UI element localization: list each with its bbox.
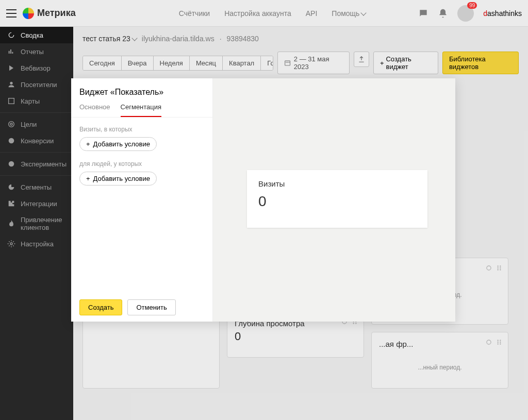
- widget-modal: Виджет «Показатель» Основное Сегментация…: [71, 78, 455, 322]
- modal-footer: Создать Отменить: [71, 293, 212, 322]
- plus-icon: +: [86, 175, 90, 182]
- tab-main[interactable]: Основное: [79, 103, 110, 117]
- preview-value: 0: [258, 193, 416, 210]
- modal-body: Визиты, в которых + Добавить условие для…: [71, 117, 212, 293]
- preview-card: Визиты 0: [247, 170, 427, 228]
- modal-preview-panel: Визиты 0: [213, 78, 455, 322]
- modal-title: Виджет «Показатель»: [71, 78, 212, 103]
- preview-title: Визиты: [258, 179, 416, 188]
- tab-segmentation[interactable]: Сегментация: [121, 103, 162, 117]
- cancel-button[interactable]: Отменить: [127, 299, 175, 315]
- section-people-label: для людей, у которых: [79, 160, 204, 167]
- modal-tabs: Основное Сегментация: [71, 103, 212, 117]
- plus-icon: +: [86, 140, 90, 148]
- add-condition-people[interactable]: + Добавить условие: [79, 172, 157, 186]
- create-button[interactable]: Создать: [79, 299, 122, 315]
- section-visits-label: Визиты, в которых: [79, 126, 204, 133]
- add-condition-visits[interactable]: + Добавить условие: [79, 137, 157, 151]
- modal-left-panel: Виджет «Показатель» Основное Сегментация…: [71, 78, 213, 322]
